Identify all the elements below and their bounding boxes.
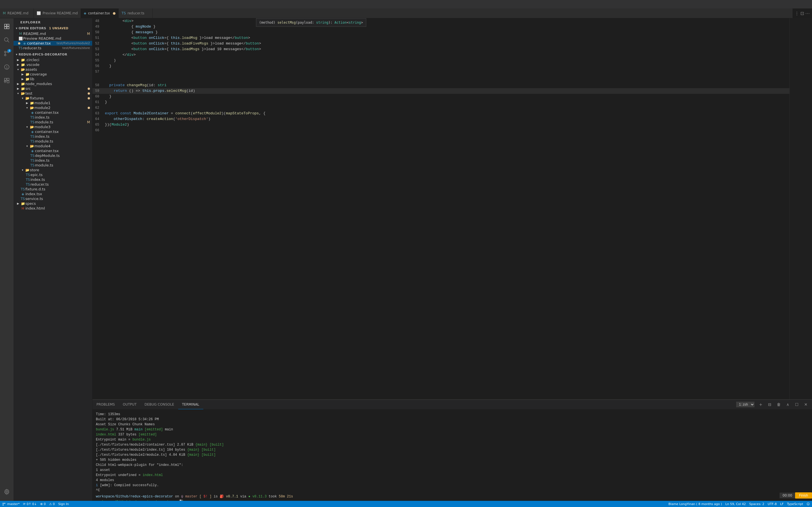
tree-store[interactable]: ▾ 📂 store [13, 168, 92, 172]
tree-m3-index[interactable]: TS index.ts [13, 134, 92, 139]
clear-terminal-btn[interactable]: 🗑 [775, 400, 783, 408]
tree-m4-container[interactable]: ◈ container.tsx [13, 149, 92, 153]
status-eol[interactable]: LF [780, 502, 783, 506]
tree-m3-module[interactable]: TS module.ts [13, 139, 92, 144]
tab-reducer[interactable]: TS reducer.ts [119, 8, 153, 18]
node-modules-label: node_modules [26, 82, 92, 86]
tree-coverage[interactable]: ▶ 📁 coverage [13, 72, 92, 76]
tree-vscode[interactable]: ▶ 📁 .vscode [13, 62, 92, 67]
activity-settings[interactable] [0, 485, 13, 499]
tab-container[interactable]: ◈ container.tsx ● [81, 8, 119, 18]
lib-label: lib [30, 77, 92, 81]
code-line-48: 48 <div> [93, 18, 790, 24]
tree-circleci[interactable]: ▶ 📁 .circleci [13, 57, 92, 62]
activity-search[interactable] [0, 33, 13, 47]
tab-icon-preview: ⬜ [37, 11, 41, 15]
status-errors[interactable]: ⊗ 0 [40, 502, 46, 506]
tree-m2-container[interactable]: ◈ container.tsx [13, 110, 92, 115]
split-terminal-btn[interactable]: ⊟ [766, 400, 774, 408]
maximize-terminal-btn[interactable]: ☐ [793, 400, 801, 408]
panel-tab-terminal[interactable]: TERMINAL [178, 400, 203, 409]
tree-m4-module[interactable]: TS module.ts [13, 163, 92, 168]
tree-node-modules[interactable]: ▶ 📁 node_modules [13, 81, 92, 86]
status-language[interactable]: TypeScript [787, 502, 803, 506]
tree-index-tsx[interactable]: ◈ index.tsx [13, 191, 92, 196]
src-label: src [26, 87, 88, 91]
tree-store-reducer[interactable]: TS reducer.ts [13, 182, 92, 187]
m2-module-label: module.ts [35, 120, 87, 124]
tree-epic[interactable]: TS epic.ts [13, 172, 92, 177]
open-editor-container[interactable]: ◈ container.tsx test/fixtures/module2 [13, 41, 92, 46]
status-warnings[interactable]: ⚠ 0 [49, 502, 55, 506]
editor-row: (method) selectMsg(payload: string): Act… [93, 18, 812, 399]
activity-debug[interactable] [0, 60, 13, 74]
open-editor-reducer[interactable]: TS reducer.ts test/fixtures/store [13, 46, 92, 50]
tree-lib[interactable]: ▶ 📁 lib [13, 76, 92, 81]
tree-src[interactable]: ▶ 📁 src [13, 86, 92, 91]
open-editors-section[interactable]: ▾ OPEN EDITORS 1 UNSAVED [13, 25, 92, 31]
panel-tab-debug[interactable]: DEBUG CONSOLE [140, 400, 178, 409]
status-sign-in[interactable]: Sign In [58, 502, 69, 506]
open-editors-label: OPEN EDITORS [18, 26, 46, 30]
tree-m2-index[interactable]: TS index.ts [13, 115, 92, 120]
split-editor-icon[interactable]: ⊡ [801, 11, 804, 16]
tree-module4[interactable]: ▾ 📂 module4 [13, 144, 92, 149]
status-left: master* ⟳ 0↑ 0↓ ⊗ 0 ⚠ 0 Sign In [2, 502, 69, 506]
tree-module1[interactable]: ▶ 📁 module1 [13, 101, 92, 105]
tree-m4-index[interactable]: TS index.ts [13, 158, 92, 163]
code-line-50: 50 { messages } [93, 30, 790, 35]
store-reducer-icon: TS [26, 182, 31, 186]
m3-index-label: index.ts [35, 134, 92, 138]
finish-button[interactable]: Finish [795, 492, 812, 499]
status-branch[interactable]: master* [2, 502, 20, 506]
close-terminal-btn[interactable]: ✕ [802, 400, 810, 408]
panel-tab-output[interactable]: OUTPUT [119, 400, 141, 409]
sidebar: EXPLORER ▾ OPEN EDITORS 1 UNSAVED M READ… [13, 18, 93, 501]
store-index-label: index.ts [31, 177, 92, 182]
new-terminal-btn[interactable]: + [757, 400, 765, 408]
tree-module3[interactable]: ▾ 📂 module3 [13, 124, 92, 129]
coverage-icon: 📁 [25, 72, 30, 76]
tree-test[interactable]: ▾ 📂 test [13, 91, 92, 96]
reducer-label: reducer.ts [23, 46, 62, 50]
status-sync[interactable]: ⟳ 0↑ 0↓ [23, 502, 37, 506]
tree-index-html[interactable]: H index.html [13, 206, 92, 211]
tree-assets[interactable]: ▾ 📂 assets [13, 67, 92, 72]
status-spaces[interactable]: Spaces: 2 [749, 502, 764, 506]
tree-module2[interactable]: ▾ 📂 module2 [13, 105, 92, 110]
panel-tab-problems[interactable]: PROBLEMS [93, 400, 119, 409]
project-section[interactable]: ▾ REDUX-EPICS-DECORATOR [13, 52, 92, 57]
tree-m3-container[interactable]: ◈ container.tsx [13, 129, 92, 134]
status-cursor[interactable]: Ln 59, Col 42 [725, 502, 746, 506]
code-editor[interactable]: (method) selectMsg(payload: string): Act… [93, 18, 790, 399]
terminal-line-built: Built at: 06/20/2018 5:34:26 PM [96, 417, 809, 422]
tab-readme[interactable]: M README.md [0, 8, 34, 18]
activity-scm[interactable]: 4 [0, 47, 13, 60]
module4-label: module4 [35, 144, 92, 148]
tab-modified-dot: ● [113, 11, 116, 15]
hover-tooltip: (method) selectMsg(payload: string): Act… [256, 18, 366, 27]
terminal-shell-select[interactable]: 1: zsh [736, 402, 755, 407]
tree-store-index[interactable]: TS index.ts [13, 177, 92, 182]
module3-arrow: ▾ [25, 125, 29, 128]
m3-container-icon: ◈ [30, 130, 35, 134]
tree-m2-module[interactable]: TS module.ts M [13, 120, 92, 124]
tree-fixtures[interactable]: ▾ 📂 fixtures [13, 96, 92, 101]
terminal-content[interactable]: Time: 1353ms Built at: 06/20/2018 5:34:2… [93, 409, 812, 501]
source-control-icon[interactable]: ⋮ [795, 11, 799, 16]
assets-icon: 📂 [20, 68, 26, 71]
service-label: service.ts [26, 196, 92, 201]
open-editor-preview[interactable]: ⬜ Preview README.md [13, 36, 92, 41]
tab-preview[interactable]: ⬜ Preview README.md [34, 8, 81, 18]
status-encoding[interactable]: UTF-8 [768, 502, 777, 506]
fixtures-modified-dot [88, 97, 90, 100]
tree-m4-dep[interactable]: TS depModule.ts [13, 153, 92, 158]
tree-service[interactable]: TS service.ts [13, 196, 92, 201]
activity-explorer[interactable] [0, 20, 13, 33]
tree-specs[interactable]: ▶ 📁 specs [13, 201, 92, 206]
scroll-up-btn[interactable]: ∧ [784, 400, 792, 408]
open-editor-readme[interactable]: M README.md M [13, 31, 92, 36]
activity-extensions[interactable] [0, 74, 13, 87]
more-actions-icon[interactable]: ⋯ [805, 11, 810, 16]
tree-fixture-d[interactable]: TS fixture.d.ts [13, 187, 92, 191]
